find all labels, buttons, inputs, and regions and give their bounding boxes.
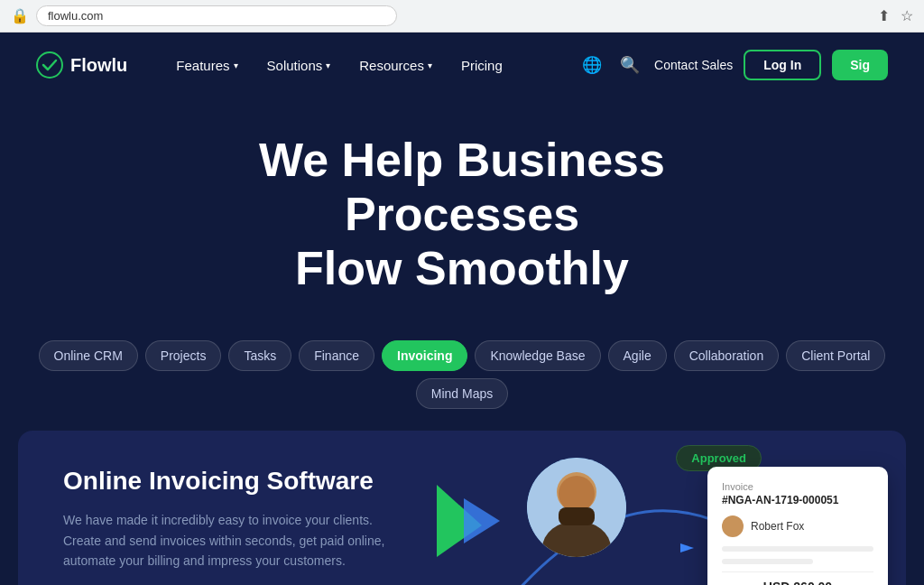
- features-chevron-icon: ▾: [234, 60, 238, 70]
- hero-section: We Help Business Processes Flow Smoothly: [0, 98, 924, 340]
- feature-tabs: Online CRM Projects Tasks Finance Invoic…: [0, 340, 924, 409]
- browser-url-bar[interactable]: flowlu.com: [36, 5, 397, 26]
- nav-right: 🌐 🔍 Contact Sales Log In Sig: [578, 50, 888, 80]
- invoice-user-avatar: [722, 515, 744, 537]
- browser-chrome: 🔒 flowlu.com ⬆ ☆: [0, 0, 924, 32]
- tab-tasks[interactable]: Tasks: [228, 340, 291, 371]
- invoice-number: #NGA-AN-1719-000051: [722, 494, 873, 506]
- invoice-line-1: [722, 546, 873, 552]
- tab-invoicing[interactable]: Invoicing: [382, 340, 467, 371]
- tab-projects[interactable]: Projects: [145, 340, 222, 371]
- search-icon[interactable]: 🔍: [616, 51, 643, 79]
- tab-mind-maps[interactable]: Mind Maps: [416, 378, 508, 409]
- content-text-area: Online Invoicing Software We have made i…: [63, 467, 424, 585]
- hero-title: We Help Business Processes Flow Smoothly: [146, 134, 778, 295]
- svg-rect-7: [559, 507, 595, 525]
- contact-sales-link[interactable]: Contact Sales: [654, 58, 733, 72]
- tab-finance[interactable]: Finance: [299, 340, 374, 371]
- logo-text: Flowlu: [70, 55, 127, 76]
- nav-pricing[interactable]: Pricing: [448, 51, 515, 80]
- tab-client-portal[interactable]: Client Portal: [786, 340, 885, 371]
- svg-marker-8: [680, 543, 694, 552]
- illustration-area: Approved: [401, 431, 906, 585]
- nav-links: Features ▾ Solutions ▾ Resources ▾ Prici…: [163, 51, 578, 80]
- person-avatar: [527, 458, 626, 557]
- content-section: Online Invoicing Software We have made i…: [18, 431, 906, 585]
- logo[interactable]: Flowlu: [36, 51, 127, 79]
- globe-icon[interactable]: 🌐: [578, 51, 605, 79]
- invoice-line-2: [722, 559, 813, 564]
- invoice-user: Robert Fox: [722, 515, 873, 537]
- bookmark-icon[interactable]: ☆: [901, 7, 913, 24]
- invoice-amount: USD 260.00: [722, 571, 873, 585]
- website: Flowlu Features ▾ Solutions ▾ Resources …: [0, 32, 924, 585]
- tab-online-crm[interactable]: Online CRM: [39, 340, 138, 371]
- content-title: Online Invoicing Software: [63, 467, 424, 496]
- browser-lock-icon: 🔒: [11, 7, 29, 24]
- login-button[interactable]: Log In: [744, 50, 821, 80]
- tab-collaboration[interactable]: Collaboration: [674, 340, 780, 371]
- tab-knowledge-base[interactable]: Knowledge Base: [475, 340, 600, 371]
- nav-solutions[interactable]: Solutions ▾: [254, 51, 344, 80]
- invoice-label: Invoice: [722, 481, 873, 492]
- resources-chevron-icon: ▾: [428, 60, 432, 70]
- browser-action-icons: ⬆ ☆: [878, 7, 913, 24]
- solutions-chevron-icon: ▾: [326, 60, 330, 70]
- invoice-card: Invoice #NGA-AN-1719-000051 Robert Fox U…: [707, 467, 888, 585]
- navbar: Flowlu Features ▾ Solutions ▾ Resources …: [0, 32, 924, 98]
- svg-point-0: [37, 52, 62, 78]
- signup-button[interactable]: Sig: [832, 50, 888, 80]
- nav-resources[interactable]: Resources ▾: [346, 51, 445, 80]
- invoice-username: Robert Fox: [751, 520, 804, 533]
- svg-point-6: [559, 476, 595, 512]
- logo-icon: [36, 51, 63, 79]
- small-arrow-icon: [680, 539, 698, 557]
- content-description: We have made it incredibly easy to invoi…: [63, 510, 388, 571]
- tab-agile[interactable]: Agile: [608, 340, 667, 371]
- share-icon[interactable]: ⬆: [878, 7, 890, 24]
- nav-features[interactable]: Features ▾: [163, 51, 250, 80]
